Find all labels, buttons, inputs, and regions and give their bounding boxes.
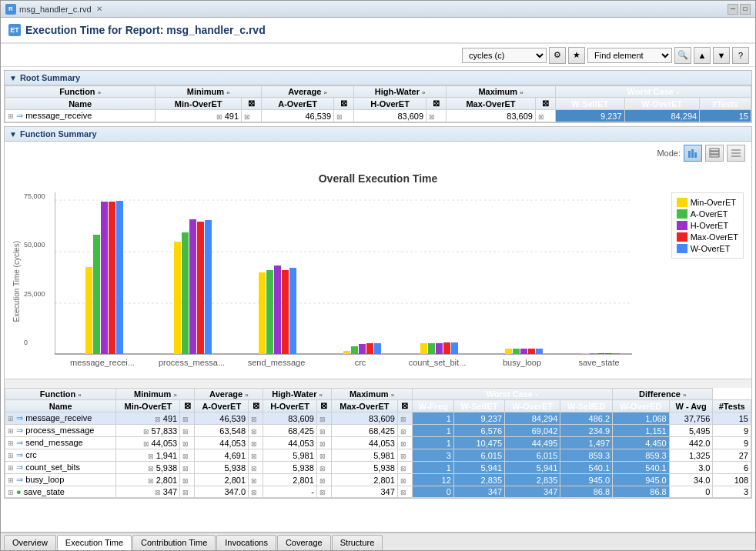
func-avg: 46,539 xyxy=(195,412,249,425)
table-row: ⊞ ⇒ busy_loop ⊠ 2,801 ⊠ 2,801 ⊠ 2,801 ⊠ … xyxy=(5,474,751,486)
root-func-name: ⊞ ⇒ message_receive xyxy=(5,110,156,122)
bar-ss-avg xyxy=(590,353,597,354)
bottom-tabs: Overview Execution Time Contribution Tim… xyxy=(1,532,755,550)
bookmark-button[interactable]: ★ xyxy=(568,47,585,64)
func-name: ⊞ ⇒ send_message xyxy=(5,437,116,449)
bar-label-proc: process_messa... xyxy=(159,358,225,367)
func-wselfed: 1,497 xyxy=(560,437,613,449)
func-name: ⊞ ⇒ count_set_bits xyxy=(5,462,116,474)
legend-wover: W-OverET xyxy=(677,244,738,253)
tab-structure[interactable]: Structure xyxy=(332,535,383,550)
table-row: ⊞ ⇒ message_receive ⊠ 491 ⊠ 46,539 ⊠ 83,… xyxy=(5,412,751,425)
maximize-button[interactable]: □ xyxy=(740,4,751,15)
fs-sub-min-f: ⊠ xyxy=(180,400,195,412)
sub-col-filter-a: ⊠ xyxy=(334,98,354,110)
function-summary-toggle[interactable]: ▼ xyxy=(9,130,17,139)
func-max: 2,801 xyxy=(332,474,398,486)
tab-execution-time[interactable]: Execution Time xyxy=(57,535,132,550)
help-button[interactable]: ? xyxy=(732,47,749,64)
func-wavg: 3.0 xyxy=(669,462,713,474)
next-button[interactable]: ▼ xyxy=(713,47,730,64)
func-wselfed: 945.0 xyxy=(560,474,613,486)
bar-msg-min xyxy=(85,267,92,354)
find-select[interactable]: Find element xyxy=(587,48,672,63)
func-wavg: 5,495 xyxy=(669,425,713,437)
tab-contribution-time[interactable]: Contribution Time xyxy=(132,535,216,550)
bar-msg-high xyxy=(101,202,108,354)
root-summary-title: Root Summary xyxy=(20,73,80,82)
bar-busy-high xyxy=(520,349,527,354)
mode-bar-button[interactable] xyxy=(684,145,702,162)
func-avg-f: ⊠ xyxy=(249,437,263,449)
func-wavg: 0 xyxy=(669,486,713,498)
func-min: ⊠ 44,053 xyxy=(116,437,180,449)
tab-overview[interactable]: Overview xyxy=(4,535,56,550)
func-max: 5,938 xyxy=(332,462,398,474)
root-summary-header: ▼ Root Summary xyxy=(5,71,751,85)
table-row: ⊞ ⇒ count_set_bits ⊠ 5,938 ⊠ 5,938 ⊠ 5,9… xyxy=(5,462,751,474)
search-button[interactable]: 🔍 xyxy=(674,47,691,64)
col-average: Average » xyxy=(262,86,354,98)
window-icon: R xyxy=(5,4,16,15)
func-wovered: 859.3 xyxy=(613,449,670,462)
func-avg: 63,548 xyxy=(195,425,249,437)
fs-sub-wovered: W-OverED xyxy=(613,400,670,412)
func-wself: 6,015 xyxy=(453,449,504,462)
bar-crc-high xyxy=(359,344,366,354)
func-wfreq: 1 xyxy=(413,412,454,425)
legend-wover-color xyxy=(677,244,687,253)
table-row: ⊞ ⇒ process_message ⊠ 57,833 ⊠ 63,548 ⊠ … xyxy=(5,425,751,437)
func-avg: 4,691 xyxy=(195,449,249,462)
sub-col-a-overet: A-OverET xyxy=(262,98,334,110)
func-high: 68,425 xyxy=(263,425,317,437)
func-wself: 6,576 xyxy=(453,425,504,437)
bar-crc-wover xyxy=(374,343,381,354)
sub-col-filter-max: ⊠ xyxy=(535,98,555,110)
function-table-container: Function » Minimum » Average » High-Wate… xyxy=(5,388,751,498)
func-tests: 3 xyxy=(713,486,751,498)
y-axis-label: Execution Time (cycles) xyxy=(12,241,21,322)
fs-col-function: Function » xyxy=(5,389,116,400)
tab-invocations[interactable]: Invocations xyxy=(216,535,276,550)
chart-title: Overall Execution Time xyxy=(12,172,744,185)
table-row: ⊞ ● save_state ⊠ 347 ⊠ 347.0 ⊠ - ⊠ 347 ⊠… xyxy=(5,486,751,498)
bar-msg-avg xyxy=(93,235,100,354)
h-scrollbar[interactable] xyxy=(5,379,751,388)
col-minimum: Minimum » xyxy=(156,86,262,98)
mode-label: Mode: xyxy=(657,149,681,158)
bar-send-max xyxy=(282,270,289,354)
bar-csb-avg xyxy=(428,343,435,354)
bar-msg-max xyxy=(109,202,115,354)
func-wavg: 442.0 xyxy=(669,437,713,449)
func-avg-f: ⊠ xyxy=(249,462,263,474)
func-high-f: ⊠ xyxy=(316,449,331,462)
page-icon: ET xyxy=(8,24,21,36)
units-select[interactable]: cycles (c) xyxy=(462,48,547,63)
mode-table-button[interactable] xyxy=(705,145,724,162)
func-max-f: ⊠ xyxy=(397,449,412,462)
func-max: 44,053 xyxy=(332,437,398,449)
func-name: ⊞ ⇒ message_receive xyxy=(5,412,116,425)
func-avg-f: ⊠ xyxy=(249,449,263,462)
func-min-f: ⊠ xyxy=(180,412,195,425)
func-wselfed: 234.9 xyxy=(560,425,613,437)
mode-list-button[interactable] xyxy=(727,145,745,162)
sub-col-h-overet: H-OverET xyxy=(354,98,427,110)
func-avg: 44,053 xyxy=(195,437,249,449)
sub-col-w-selfet: W-SelfET xyxy=(555,98,624,110)
settings-button[interactable]: ⚙ xyxy=(549,47,566,64)
sub-col-w-overet: W-OverET xyxy=(624,98,700,110)
y-label-50k: 50,000 xyxy=(24,241,45,249)
legend-max-color xyxy=(677,232,687,242)
bar-ss-high xyxy=(597,353,604,354)
root-summary-toggle[interactable]: ▼ xyxy=(9,74,17,82)
close-icon[interactable]: ✕ xyxy=(96,5,102,13)
func-wfreq: 1 xyxy=(413,462,454,474)
minimize-button[interactable]: ─ xyxy=(728,4,738,15)
tab-coverage[interactable]: Coverage xyxy=(277,535,331,550)
func-min-f: ⊠ xyxy=(180,474,195,486)
func-wself: 9,237 xyxy=(453,412,504,425)
prev-button[interactable]: ▲ xyxy=(694,47,711,64)
root-min-filter: ⊠ xyxy=(242,110,262,122)
fs-sub-wfreq: W-Freq xyxy=(413,400,454,412)
